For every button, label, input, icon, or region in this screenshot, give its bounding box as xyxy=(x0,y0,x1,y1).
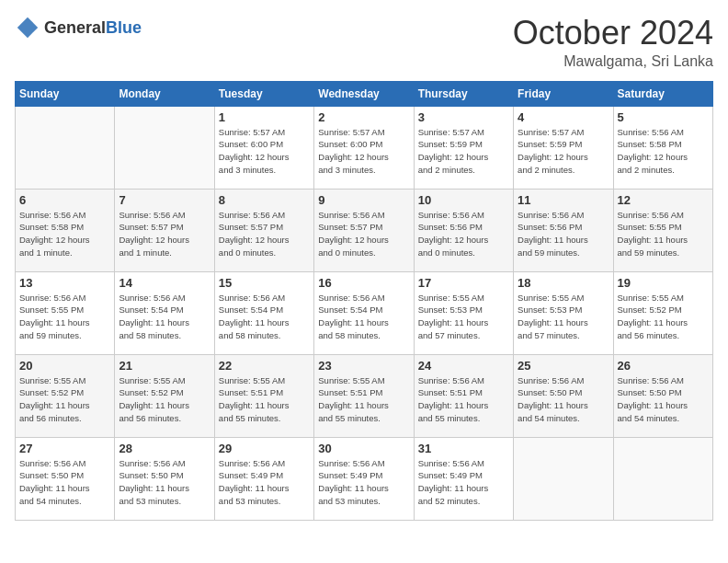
day-info: Sunrise: 5:56 AM Sunset: 5:50 PM Dayligh… xyxy=(19,457,110,508)
day-info: Sunrise: 5:55 AM Sunset: 5:53 PM Dayligh… xyxy=(418,292,509,342)
day-info: Sunrise: 5:55 AM Sunset: 5:52 PM Dayligh… xyxy=(618,292,709,342)
day-info: Sunrise: 5:56 AM Sunset: 5:56 PM Dayligh… xyxy=(418,209,509,259)
day-number: 19 xyxy=(618,276,709,290)
day-info: Sunrise: 5:56 AM Sunset: 5:57 PM Dayligh… xyxy=(219,209,310,259)
day-info: Sunrise: 5:56 AM Sunset: 5:54 PM Dayligh… xyxy=(219,292,310,342)
calendar-cell: 25Sunrise: 5:56 AM Sunset: 5:50 PM Dayli… xyxy=(514,354,613,437)
day-info: Sunrise: 5:57 AM Sunset: 5:59 PM Dayligh… xyxy=(418,126,509,177)
header-friday: Friday xyxy=(514,81,613,106)
day-info: Sunrise: 5:56 AM Sunset: 5:50 PM Dayligh… xyxy=(518,374,609,425)
day-info: Sunrise: 5:55 AM Sunset: 5:52 PM Dayligh… xyxy=(19,374,110,425)
calendar-cell: 20Sunrise: 5:55 AM Sunset: 5:52 PM Dayli… xyxy=(16,354,115,437)
calendar-cell: 24Sunrise: 5:56 AM Sunset: 5:51 PM Dayli… xyxy=(414,354,513,437)
calendar-cell: 11Sunrise: 5:56 AM Sunset: 5:56 PM Dayli… xyxy=(514,189,613,271)
calendar-cell: 8Sunrise: 5:56 AM Sunset: 5:57 PM Daylig… xyxy=(214,189,313,271)
day-number: 20 xyxy=(19,359,110,373)
header-monday: Monday xyxy=(115,81,214,106)
header-saturday: Saturday xyxy=(613,81,712,106)
calendar-cell: 6Sunrise: 5:56 AM Sunset: 5:58 PM Daylig… xyxy=(16,189,115,271)
calendar-cell: 10Sunrise: 5:56 AM Sunset: 5:56 PM Dayli… xyxy=(414,189,513,271)
title-block: October 2024 Mawalgama, Sri Lanka xyxy=(513,15,713,70)
calendar-cell: 22Sunrise: 5:55 AM Sunset: 5:51 PM Dayli… xyxy=(214,354,313,437)
day-number: 12 xyxy=(618,193,709,207)
day-number: 18 xyxy=(518,276,609,290)
day-info: Sunrise: 5:55 AM Sunset: 5:53 PM Dayligh… xyxy=(518,292,609,342)
day-info: Sunrise: 5:55 AM Sunset: 5:51 PM Dayligh… xyxy=(318,374,409,425)
day-info: Sunrise: 5:56 AM Sunset: 5:58 PM Dayligh… xyxy=(19,209,110,259)
day-number: 1 xyxy=(219,110,310,124)
svg-marker-0 xyxy=(17,17,38,38)
day-info: Sunrise: 5:56 AM Sunset: 5:50 PM Dayligh… xyxy=(119,457,210,508)
calendar-cell: 13Sunrise: 5:56 AM Sunset: 5:55 PM Dayli… xyxy=(16,271,115,354)
day-info: Sunrise: 5:56 AM Sunset: 5:49 PM Dayligh… xyxy=(418,457,509,508)
day-info: Sunrise: 5:56 AM Sunset: 5:58 PM Dayligh… xyxy=(618,126,709,177)
calendar-week-4: 20Sunrise: 5:55 AM Sunset: 5:52 PM Dayli… xyxy=(16,354,713,437)
calendar-cell: 5Sunrise: 5:56 AM Sunset: 5:58 PM Daylig… xyxy=(613,106,712,189)
location-title: Mawalgama, Sri Lanka xyxy=(513,53,713,70)
day-number: 24 xyxy=(418,359,509,373)
day-number: 16 xyxy=(318,276,409,290)
header-sunday: Sunday xyxy=(16,81,115,106)
calendar-cell: 23Sunrise: 5:55 AM Sunset: 5:51 PM Dayli… xyxy=(314,354,414,437)
calendar-cell: 18Sunrise: 5:55 AM Sunset: 5:53 PM Dayli… xyxy=(514,271,613,354)
day-number: 6 xyxy=(19,193,110,207)
calendar-cell: 17Sunrise: 5:55 AM Sunset: 5:53 PM Dayli… xyxy=(414,271,513,354)
calendar-week-1: 1Sunrise: 5:57 AM Sunset: 6:00 PM Daylig… xyxy=(16,106,713,189)
calendar-cell: 1Sunrise: 5:57 AM Sunset: 6:00 PM Daylig… xyxy=(214,106,313,189)
calendar-table: Sunday Monday Tuesday Wednesday Thursday… xyxy=(15,81,713,521)
day-number: 14 xyxy=(119,276,210,290)
day-number: 27 xyxy=(19,442,110,455)
calendar-cell: 12Sunrise: 5:56 AM Sunset: 5:55 PM Dayli… xyxy=(613,189,712,271)
day-number: 22 xyxy=(219,359,310,373)
day-info: Sunrise: 5:56 AM Sunset: 5:54 PM Dayligh… xyxy=(318,292,409,342)
day-info: Sunrise: 5:55 AM Sunset: 5:52 PM Dayligh… xyxy=(119,374,210,425)
logo-general: General xyxy=(44,18,106,37)
day-info: Sunrise: 5:57 AM Sunset: 6:00 PM Dayligh… xyxy=(318,126,409,177)
month-title: October 2024 xyxy=(513,15,713,52)
day-number: 26 xyxy=(618,359,709,373)
day-number: 23 xyxy=(318,359,409,373)
day-info: Sunrise: 5:56 AM Sunset: 5:49 PM Dayligh… xyxy=(318,457,409,508)
calendar-cell: 2Sunrise: 5:57 AM Sunset: 6:00 PM Daylig… xyxy=(314,106,414,189)
calendar-cell: 28Sunrise: 5:56 AM Sunset: 5:50 PM Dayli… xyxy=(115,437,214,520)
day-number: 4 xyxy=(518,110,609,124)
header-wednesday: Wednesday xyxy=(314,81,414,106)
day-number: 7 xyxy=(119,193,210,207)
calendar-cell: 30Sunrise: 5:56 AM Sunset: 5:49 PM Dayli… xyxy=(314,437,414,520)
calendar-cell: 29Sunrise: 5:56 AM Sunset: 5:49 PM Dayli… xyxy=(214,437,313,520)
day-number: 9 xyxy=(318,193,409,207)
day-number: 17 xyxy=(418,276,509,290)
calendar-cell: 14Sunrise: 5:56 AM Sunset: 5:54 PM Dayli… xyxy=(115,271,214,354)
calendar-body: 1Sunrise: 5:57 AM Sunset: 6:00 PM Daylig… xyxy=(16,106,713,520)
day-info: Sunrise: 5:56 AM Sunset: 5:51 PM Dayligh… xyxy=(418,374,509,425)
day-number: 31 xyxy=(418,442,509,455)
day-info: Sunrise: 5:57 AM Sunset: 6:00 PM Dayligh… xyxy=(219,126,310,177)
calendar-cell: 15Sunrise: 5:56 AM Sunset: 5:54 PM Dayli… xyxy=(214,271,313,354)
calendar-cell: 31Sunrise: 5:56 AM Sunset: 5:49 PM Dayli… xyxy=(414,437,513,520)
day-info: Sunrise: 5:56 AM Sunset: 5:57 PM Dayligh… xyxy=(119,209,210,259)
day-number: 30 xyxy=(318,442,409,455)
day-number: 5 xyxy=(618,110,709,124)
logo-blue: Blue xyxy=(106,18,142,37)
calendar-cell: 4Sunrise: 5:57 AM Sunset: 5:59 PM Daylig… xyxy=(514,106,613,189)
calendar-cell: 16Sunrise: 5:56 AM Sunset: 5:54 PM Dayli… xyxy=(314,271,414,354)
day-info: Sunrise: 5:56 AM Sunset: 5:57 PM Dayligh… xyxy=(318,209,409,259)
calendar-cell: 3Sunrise: 5:57 AM Sunset: 5:59 PM Daylig… xyxy=(414,106,513,189)
calendar-week-2: 6Sunrise: 5:56 AM Sunset: 5:58 PM Daylig… xyxy=(16,189,713,271)
calendar-cell: 21Sunrise: 5:55 AM Sunset: 5:52 PM Dayli… xyxy=(115,354,214,437)
day-number: 10 xyxy=(418,193,509,207)
header-tuesday: Tuesday xyxy=(214,81,313,106)
day-number: 25 xyxy=(518,359,609,373)
day-number: 29 xyxy=(219,442,310,455)
calendar-cell xyxy=(115,106,214,189)
day-number: 3 xyxy=(418,110,509,124)
logo-text: GeneralBlue xyxy=(44,18,142,38)
day-info: Sunrise: 5:56 AM Sunset: 5:54 PM Dayligh… xyxy=(119,292,210,342)
day-number: 28 xyxy=(119,442,210,455)
calendar-cell: 7Sunrise: 5:56 AM Sunset: 5:57 PM Daylig… xyxy=(115,189,214,271)
day-info: Sunrise: 5:56 AM Sunset: 5:56 PM Dayligh… xyxy=(518,209,609,259)
calendar-cell xyxy=(613,437,712,520)
day-number: 2 xyxy=(318,110,409,124)
page-header: GeneralBlue October 2024 Mawalgama, Sri … xyxy=(15,15,713,70)
day-info: Sunrise: 5:56 AM Sunset: 5:55 PM Dayligh… xyxy=(19,292,110,342)
